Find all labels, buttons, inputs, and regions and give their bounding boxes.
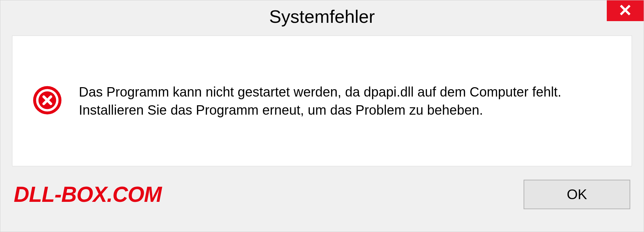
close-button[interactable] [607,0,644,21]
error-icon [33,85,62,116]
dialog-title: Systemfehler [269,6,375,27]
title-bar: Systemfehler [0,0,644,32]
error-dialog: Systemfehler Das Programm kann nicht ges… [0,0,644,232]
ok-button[interactable]: OK [524,180,630,209]
dialog-footer: DLL-BOX.COM OK [0,173,644,219]
content-area: Das Programm kann nicht gestartet werden… [12,36,632,166]
close-icon [619,4,632,18]
watermark-text: DLL-BOX.COM [14,182,162,207]
error-message: Das Programm kann nicht gestartet werden… [79,83,611,119]
